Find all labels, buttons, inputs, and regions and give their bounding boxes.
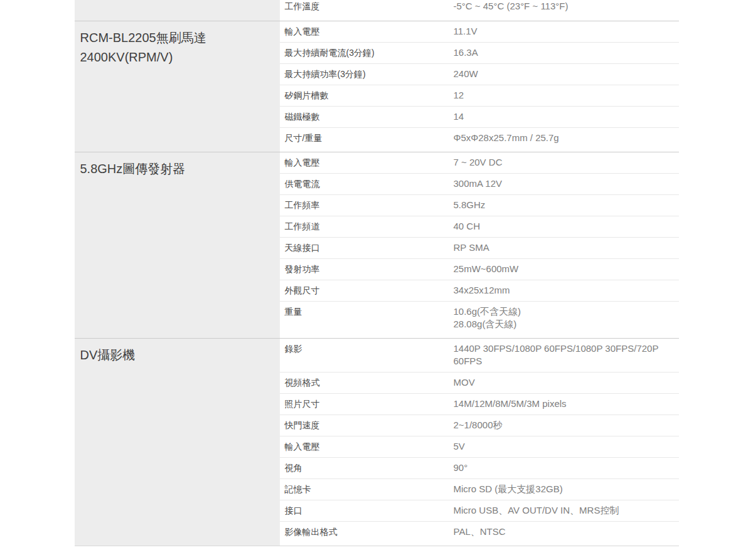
spec-row: 影像輸出格式 PAL、NTSC	[280, 522, 679, 546]
spec-row: 天線接口 RP SMA	[280, 238, 679, 259]
spec-value-line: PAL、NTSC	[454, 526, 676, 538]
spec-value-line: 16.3A	[454, 46, 676, 59]
spec-row: 外觀尺寸 34x25x12mm	[280, 280, 679, 302]
spec-section: RCM-BL2205無刷馬達2400KV(RPM/V) 輸入電壓 11.1V 最…	[75, 21, 679, 152]
spec-value-line: 2~1/8000秒	[454, 419, 676, 431]
spec-label: 最大持續功率(3分鐘)	[280, 68, 454, 80]
spec-value-line: 90°	[454, 462, 676, 474]
spec-label: 工作頻道	[280, 220, 454, 233]
spec-value-line: MOV	[454, 376, 676, 389]
spec-row: 接口 Micro USB、AV OUT/DV IN、MRS控制	[280, 500, 679, 522]
section-title-line: RCM-BL2205無刷馬達	[80, 28, 274, 48]
spec-value-line: -5°C ~ 45°C (23°F ~ 113°F)	[454, 0, 676, 13]
spec-value-line: 300mA 12V	[454, 177, 676, 190]
section-title-cell: RCM-BL2205無刷馬達2400KV(RPM/V)	[75, 21, 280, 152]
spec-value: RP SMA	[454, 241, 679, 254]
spec-value-line: 5.8GHz	[454, 199, 676, 211]
spec-row: 輸入電壓 11.1V	[280, 21, 679, 43]
spec-table: 工作溫度 -5°C ~ 45°C (23°F ~ 113°F) RCM-BL22…	[75, 0, 679, 546]
spec-label: 輸入電壓	[280, 156, 454, 169]
section-title-cell: 5.8GHz圖傳發射器	[75, 152, 280, 338]
spec-value: 10.6g(不含天線)28.08g(含天線)	[454, 305, 679, 330]
spec-label: 工作溫度	[280, 0, 454, 13]
spec-value-line: 1440P 30FPS/1080P 60FPS/1080P 30FPS/720P…	[454, 342, 676, 367]
spec-value: 16.3A	[454, 46, 679, 59]
spec-value-line: 11.1V	[454, 25, 676, 38]
spec-label: 視頻格式	[280, 376, 454, 389]
spec-label: 快門速度	[280, 419, 454, 431]
spec-value-line: 25mW~600mW	[454, 263, 676, 275]
section-rows: 輸入電壓 11.1V 最大持續耐電流(3分鐘) 16.3A 最大持續功率(3分鐘…	[280, 21, 679, 152]
spec-value: 2~1/8000秒	[454, 419, 679, 431]
spec-value-line: 14	[454, 110, 676, 123]
spec-row: 供電電流 300mA 12V	[280, 174, 679, 195]
spec-label: 視角	[280, 462, 454, 474]
spec-label: 外觀尺寸	[280, 284, 454, 297]
spec-value: 12	[454, 89, 679, 102]
spec-value: Φ5xΦ28x25.7mm / 25.7g	[454, 132, 679, 144]
spec-value: 5.8GHz	[454, 199, 679, 211]
spec-value-line: RP SMA	[454, 241, 676, 254]
spec-value-line: 240W	[454, 68, 676, 80]
section-title-cell: DV攝影機	[75, 339, 280, 546]
spec-label: 輸入電壓	[280, 25, 454, 38]
section-rows: 錄影 1440P 30FPS/1080P 60FPS/1080P 30FPS/7…	[280, 339, 679, 546]
spec-label: 照片尺寸	[280, 398, 454, 410]
spec-value: 300mA 12V	[454, 177, 679, 190]
spec-value-line: 5V	[454, 440, 676, 453]
spec-label: 供電電流	[280, 177, 454, 190]
spec-value-line: Micro SD (最大支援32GB)	[454, 483, 676, 495]
section-title-cell	[75, 0, 280, 21]
spec-label: 最大持續耐電流(3分鐘)	[280, 46, 454, 59]
spec-value: 11.1V	[454, 25, 679, 38]
spec-label: 輸入電壓	[280, 440, 454, 453]
spec-row: 記憶卡 Micro SD (最大支援32GB)	[280, 479, 679, 500]
spec-value-line: Micro USB、AV OUT/DV IN、MRS控制	[454, 504, 676, 517]
spec-row: 輸入電壓 5V	[280, 436, 679, 458]
spec-label: 記憶卡	[280, 483, 454, 495]
spec-value: 34x25x12mm	[454, 284, 679, 297]
spec-row: 工作頻率 5.8GHz	[280, 195, 679, 216]
spec-value: Micro USB、AV OUT/DV IN、MRS控制	[454, 504, 679, 517]
spec-value: 90°	[454, 462, 679, 474]
spec-row: 快門速度 2~1/8000秒	[280, 415, 679, 436]
spec-value-line: 14M/12M/8M/5M/3M pixels	[454, 398, 676, 410]
spec-value: 240W	[454, 68, 679, 80]
spec-row: 輸入電壓 7 ~ 20V DC	[280, 152, 679, 174]
spec-value: 25mW~600mW	[454, 263, 679, 275]
spec-row: 重量 10.6g(不含天線)28.08g(含天線)	[280, 302, 679, 338]
spec-value: PAL、NTSC	[454, 526, 679, 538]
section-title-line: 2400KV(RPM/V)	[80, 48, 274, 67]
spec-row: 矽鋼片槽數 12	[280, 85, 679, 107]
spec-value: 40 CH	[454, 220, 679, 233]
spec-row: 視角 90°	[280, 458, 679, 479]
spec-value-line: 10.6g(不含天線)	[454, 305, 676, 318]
spec-row: 最大持續功率(3分鐘) 240W	[280, 64, 679, 85]
section-title-line: 5.8GHz圖傳發射器	[80, 159, 274, 179]
spec-value-line: 34x25x12mm	[454, 284, 676, 297]
spec-section: 5.8GHz圖傳發射器 輸入電壓 7 ~ 20V DC 供電電流 300mA 1…	[75, 152, 679, 338]
spec-value: 1440P 30FPS/1080P 60FPS/1080P 30FPS/720P…	[454, 342, 679, 367]
spec-value: 14M/12M/8M/5M/3M pixels	[454, 398, 679, 410]
spec-label: 重量	[280, 305, 454, 330]
spec-label: 錄影	[280, 342, 454, 367]
spec-row: 磁鐵極數 14	[280, 107, 679, 128]
spec-label: 尺寸/重量	[280, 132, 454, 144]
spec-row: 尺寸/重量 Φ5xΦ28x25.7mm / 25.7g	[280, 128, 679, 152]
spec-row: 視頻格式 MOV	[280, 372, 679, 394]
spec-value: -5°C ~ 45°C (23°F ~ 113°F)	[454, 0, 679, 13]
section-title-line: DV攝影機	[80, 346, 274, 365]
spec-value: Micro SD (最大支援32GB)	[454, 483, 679, 495]
spec-label: 矽鋼片槽數	[280, 89, 454, 102]
spec-label: 磁鐵極數	[280, 110, 454, 123]
spec-row: 工作溫度 -5°C ~ 45°C (23°F ~ 113°F)	[280, 0, 679, 21]
spec-value-line: 28.08g(含天線)	[454, 318, 676, 330]
spec-value-line: 7 ~ 20V DC	[454, 156, 676, 169]
section-rows: 工作溫度 -5°C ~ 45°C (23°F ~ 113°F)	[280, 0, 679, 21]
spec-row: 照片尺寸 14M/12M/8M/5M/3M pixels	[280, 394, 679, 415]
spec-row: 工作頻道 40 CH	[280, 216, 679, 238]
spec-row: 發射功率 25mW~600mW	[280, 259, 679, 280]
spec-value: 14	[454, 110, 679, 123]
product-spec-page: 工作溫度 -5°C ~ 45°C (23°F ~ 113°F) RCM-BL22…	[0, 0, 753, 546]
spec-value: MOV	[454, 376, 679, 389]
